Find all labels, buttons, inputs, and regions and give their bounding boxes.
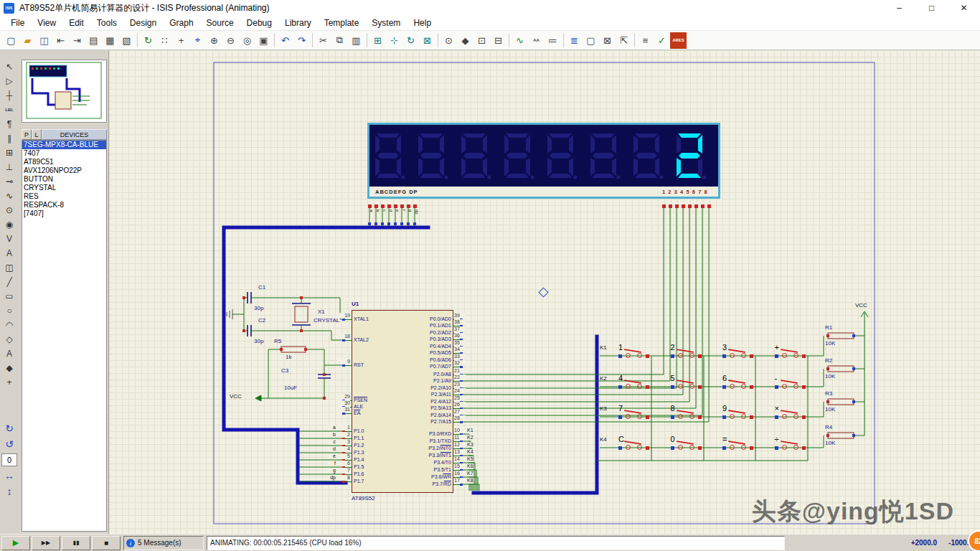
block-copy-button[interactable]: ⊞ (369, 32, 386, 49)
device-item[interactable]: BUTTON (22, 175, 106, 184)
paste-button[interactable]: ▥ (348, 32, 364, 49)
voltage-probe-mode-button[interactable]: V (2, 232, 17, 246)
print-button[interactable]: ▤ (85, 32, 102, 49)
resistor-ref[interactable]: R1 (825, 324, 832, 331)
menu-item-library[interactable]: Library (278, 17, 318, 29)
stop-button[interactable]: ■ (92, 536, 121, 550)
keypad-button-3[interactable]: 3 (718, 344, 768, 373)
keypad-button-c[interactable]: C (614, 436, 664, 465)
export-graphics-button[interactable]: ▧ (118, 32, 135, 49)
save-design-button[interactable]: ◫ (36, 32, 52, 49)
2d-box-mode-button[interactable]: ▭ (2, 289, 17, 303)
x1-ref[interactable]: X1 (318, 309, 325, 315)
keypad-button-7[interactable]: 7 (614, 405, 664, 434)
pick-parts-button[interactable]: ⊙ (440, 32, 457, 49)
tape-recorder-mode-button[interactable]: ⊙ (2, 203, 17, 217)
device-list[interactable]: 7SEG-MPX8-CA-BLUE7407AT89C51AVX1206NPO22… (22, 140, 107, 532)
toggle-grid-button[interactable]: ∷ (156, 32, 173, 49)
device-item[interactable]: AT89C51 (22, 158, 106, 166)
undo-button[interactable]: ↶ (277, 32, 293, 49)
2d-line-mode-button[interactable]: ╱ (2, 275, 17, 289)
zoom-out-button[interactable]: ⊖ (222, 32, 239, 49)
close-button[interactable]: ✕ (948, 0, 980, 16)
menu-item-view[interactable]: View (31, 17, 62, 29)
generator-mode-button[interactable]: ◉ (2, 217, 17, 232)
r5-ref[interactable]: R5 (274, 338, 281, 344)
buses-mode-button[interactable]: ∥ (2, 131, 17, 146)
keypad-button-9[interactable]: 9 (718, 405, 768, 434)
message-panel[interactable]: i 5 Message(s) (123, 536, 204, 550)
packaging-tool-button[interactable]: ⊡ (473, 32, 490, 49)
property-assignment-button[interactable]: ≔ (545, 32, 561, 49)
mirror-y-button[interactable]: ↕ (2, 484, 17, 499)
keypad-button-1[interactable]: 1 (614, 344, 664, 373)
export-section-button[interactable]: ⇥ (69, 32, 85, 49)
copy-button[interactable]: ⧉ (331, 32, 348, 49)
redraw-button[interactable]: ↻ (140, 32, 156, 49)
pause-button[interactable]: ▮▮ (62, 536, 90, 550)
open-design-button[interactable]: ▰ (19, 32, 36, 49)
component-mode-button[interactable]: ▷ (2, 74, 17, 88)
zoom-area-button[interactable]: ▣ (255, 32, 272, 49)
bill-of-materials-button[interactable]: ≡ (637, 32, 654, 49)
keypad-button-5[interactable]: 5 (666, 375, 717, 404)
junction-dot-mode-button[interactable]: ┼ (2, 88, 17, 103)
minimize-button[interactable]: – (883, 0, 915, 16)
resistor-ref[interactable]: R4 (825, 424, 832, 430)
keypad-button-0[interactable]: 0 (666, 436, 717, 465)
mark-output-area-button[interactable]: ▦ (102, 32, 118, 49)
current-probe-mode-button[interactable]: A (2, 246, 17, 260)
menu-item-source[interactable]: Source (200, 17, 240, 29)
keypad-button-2[interactable]: 2 (666, 344, 717, 373)
2d-circle-mode-button[interactable]: ○ (2, 303, 17, 318)
graph-mode-button[interactable]: ∿ (2, 189, 17, 203)
import-section-button[interactable]: ⇤ (52, 32, 69, 49)
rotate-clockwise-button[interactable]: ↻ (2, 420, 17, 436)
menu-item-system[interactable]: System (365, 17, 407, 29)
device-item[interactable]: [7407] (22, 209, 106, 218)
make-device-button[interactable]: ◆ (457, 32, 473, 49)
search-and-tag-button[interactable]: AA (528, 32, 545, 49)
block-move-button[interactable]: ⊹ (386, 32, 402, 49)
2d-path-mode-button[interactable]: ◇ (2, 332, 17, 347)
menu-item-template[interactable]: Template (318, 17, 366, 29)
2d-arc-mode-button[interactable]: ◠ (2, 318, 17, 332)
new-root-sheet-button[interactable]: ▢ (583, 32, 599, 49)
virtual-instruments-mode-button[interactable]: ◫ (2, 260, 17, 275)
rotate-anticlockwise-button[interactable]: ↺ (2, 436, 17, 452)
subcircuit-mode-button[interactable]: ⊞ (2, 146, 17, 160)
menu-item-edit[interactable]: Edit (62, 17, 90, 29)
wire-autorouter-button[interactable]: ∿ (512, 32, 528, 49)
resistor-ref[interactable]: R3 (825, 390, 832, 397)
step-button[interactable]: ▶▶ (32, 536, 60, 550)
keypad-button-minus[interactable]: - (771, 375, 821, 404)
schematic-canvas[interactable]: ABCDEFG DP 12345678 U1 AT89S52 C1 30p C2… (109, 50, 980, 534)
menu-item-design[interactable]: Design (123, 17, 163, 29)
device-item[interactable]: CRYSTAL (22, 184, 106, 192)
zoom-all-button[interactable]: ◎ (239, 32, 255, 49)
block-rotate-button[interactable]: ↻ (402, 32, 419, 49)
mirror-x-button[interactable]: ↔ (2, 468, 17, 484)
device-pins-mode-button[interactable]: ⊸ (2, 174, 17, 189)
menu-item-help[interactable]: Help (407, 17, 438, 29)
keypad-button-6[interactable]: 6 (718, 375, 768, 404)
text-script-mode-button[interactable]: ¶ (2, 117, 17, 131)
2d-text-mode-button[interactable]: A (2, 347, 17, 361)
library-manager-button[interactable]: L (32, 129, 42, 140)
device-item[interactable]: AVX1206NPO22P (22, 166, 106, 175)
menu-item-debug[interactable]: Debug (240, 17, 278, 29)
c3-ref[interactable]: C3 (281, 367, 288, 374)
remove-sheet-button[interactable]: ⊠ (599, 32, 616, 49)
device-item[interactable]: 7SEG-MPX8-CA-BLUE (22, 141, 106, 149)
resistor-ref[interactable]: R2 (825, 357, 832, 364)
play-button[interactable]: ▶ (1, 536, 30, 550)
decompose-button[interactable]: ⊟ (490, 32, 507, 49)
wire-label-mode-button[interactable]: LBL (2, 103, 17, 117)
keypad-button-plus[interactable]: + (771, 344, 821, 373)
maximize-button[interactable]: □ (915, 0, 948, 16)
keypad-button-equals[interactable]: = (718, 436, 768, 465)
keypad-button-multiply[interactable]: × (771, 405, 821, 434)
design-explorer-button[interactable]: ≣ (566, 32, 583, 49)
keypad-bus[interactable] (473, 336, 597, 493)
2d-symbols-mode-button[interactable]: ◆ (2, 361, 17, 375)
